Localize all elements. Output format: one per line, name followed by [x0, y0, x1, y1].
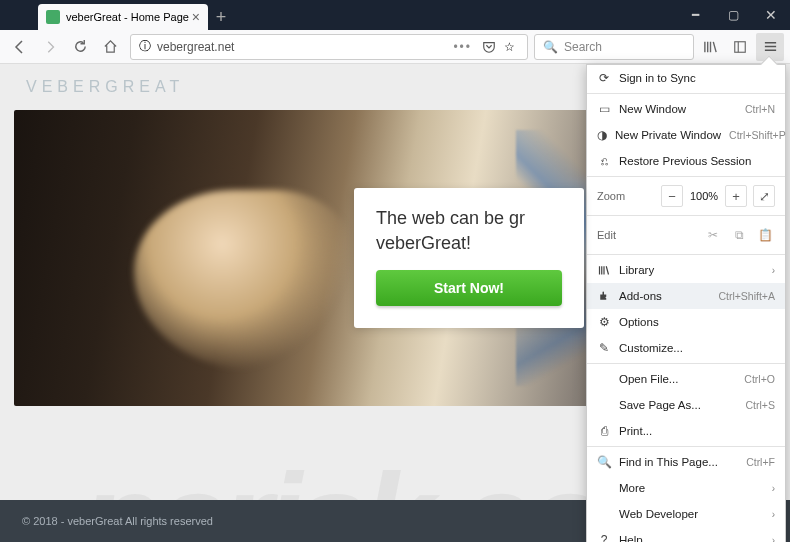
- zoom-out-button[interactable]: −: [661, 185, 683, 207]
- chevron-right-icon: ›: [772, 483, 775, 494]
- library-button[interactable]: [696, 33, 724, 61]
- sync-icon: ⟳: [597, 71, 611, 85]
- pocket-icon[interactable]: [482, 40, 496, 54]
- menu-find[interactable]: 🔍 Find in This Page... Ctrl+F: [587, 449, 785, 475]
- fullscreen-button[interactable]: ⤢: [753, 185, 775, 207]
- footer-copyright: © 2018 - veberGreat All rights reserved: [22, 515, 213, 527]
- chevron-right-icon: ›: [772, 509, 775, 520]
- menu-options[interactable]: ⚙ Options: [587, 309, 785, 335]
- puzzle-icon: [597, 290, 611, 302]
- reload-button[interactable]: [66, 33, 94, 61]
- menu-edit-row: Edit ✂ ⧉ 📋: [587, 218, 785, 252]
- close-tab-icon[interactable]: ×: [192, 9, 200, 25]
- search-icon: 🔍: [543, 40, 558, 54]
- new-tab-button[interactable]: +: [208, 4, 234, 30]
- site-info-icon[interactable]: ⓘ: [139, 38, 151, 55]
- hero-card: The web can be gr veberGreat! Start Now!: [354, 188, 584, 328]
- menu-web-developer[interactable]: Web Developer ›: [587, 501, 785, 527]
- site-logo: VEBERGREAT: [26, 78, 184, 96]
- mask-icon: ◑: [597, 128, 607, 142]
- zoom-in-button[interactable]: +: [725, 185, 747, 207]
- sidebars-button[interactable]: [726, 33, 754, 61]
- paste-icon[interactable]: 📋: [755, 225, 775, 245]
- titlebar: veberGreat - Home Page × + ━ ▢ ✕: [0, 0, 790, 30]
- menu-customize[interactable]: ✎ Customize...: [587, 335, 785, 361]
- hero-text: The web can be gr veberGreat!: [376, 206, 562, 256]
- menu-new-private[interactable]: ◑ New Private Window Ctrl+Shift+P: [587, 122, 785, 148]
- tab-title: veberGreat - Home Page: [66, 11, 192, 23]
- favicon: [46, 10, 60, 24]
- library-icon: [597, 264, 611, 276]
- menu-print[interactable]: ⎙ Print...: [587, 418, 785, 444]
- menu-new-window[interactable]: ▭ New Window Ctrl+N: [587, 96, 785, 122]
- svg-rect-0: [735, 41, 746, 52]
- page-actions-icon[interactable]: •••: [453, 40, 472, 54]
- menu-help[interactable]: ? Help ›: [587, 527, 785, 542]
- menu-more[interactable]: More ›: [587, 475, 785, 501]
- forward-button[interactable]: [36, 33, 64, 61]
- window-controls: ━ ▢ ✕: [676, 0, 790, 30]
- window-icon: ▭: [597, 102, 611, 116]
- menu-save-page[interactable]: Save Page As... Ctrl+S: [587, 392, 785, 418]
- close-window-button[interactable]: ✕: [752, 0, 790, 30]
- search-icon: 🔍: [597, 455, 611, 469]
- menu-restore-session[interactable]: ⎌ Restore Previous Session: [587, 148, 785, 174]
- restore-icon: ⎌: [597, 154, 611, 168]
- home-button[interactable]: [96, 33, 124, 61]
- paintbrush-icon: ✎: [597, 341, 611, 355]
- minimize-button[interactable]: ━: [676, 0, 714, 30]
- toolbar: ⓘ vebergreat.net ••• ☆ 🔍 Search: [0, 30, 790, 64]
- address-bar[interactable]: ⓘ vebergreat.net ••• ☆: [130, 34, 528, 60]
- maximize-button[interactable]: ▢: [714, 0, 752, 30]
- chevron-right-icon: ›: [772, 535, 775, 543]
- start-now-button[interactable]: Start Now!: [376, 270, 562, 306]
- copy-icon[interactable]: ⧉: [729, 225, 749, 245]
- bookmark-star-icon[interactable]: ☆: [504, 40, 515, 54]
- chevron-right-icon: ›: [772, 265, 775, 276]
- zoom-value: 100%: [689, 190, 719, 202]
- browser-tab[interactable]: veberGreat - Home Page ×: [38, 4, 208, 30]
- app-menu-panel: ⟳ Sign in to Sync ▭ New Window Ctrl+N ◑ …: [586, 64, 786, 542]
- help-icon: ?: [597, 533, 611, 542]
- back-button[interactable]: [6, 33, 34, 61]
- url-text: vebergreat.net: [157, 40, 447, 54]
- menu-addons[interactable]: Add-ons Ctrl+Shift+A: [587, 283, 785, 309]
- menu-library[interactable]: Library ›: [587, 257, 785, 283]
- cut-icon[interactable]: ✂: [703, 225, 723, 245]
- search-input[interactable]: 🔍 Search: [534, 34, 694, 60]
- menu-open-file[interactable]: Open File... Ctrl+O: [587, 366, 785, 392]
- gear-icon: ⚙: [597, 315, 611, 329]
- menu-zoom-row: Zoom − 100% + ⤢: [587, 179, 785, 213]
- menu-sign-in[interactable]: ⟳ Sign in to Sync: [587, 65, 785, 91]
- printer-icon: ⎙: [597, 424, 611, 438]
- search-placeholder: Search: [564, 40, 602, 54]
